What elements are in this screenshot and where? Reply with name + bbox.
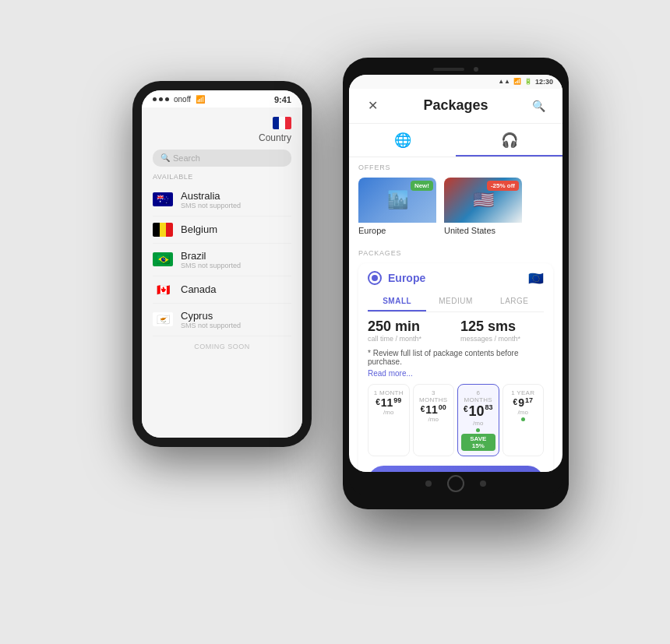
dot3 [165, 97, 169, 101]
android-nav: ✕ Packages 🔍 [349, 89, 562, 124]
tab-globe[interactable]: 🌐 [349, 124, 456, 157]
country-name: Canada [181, 283, 217, 295]
price-amount: € 1100 [417, 403, 451, 416]
flag-canada: 🇨🇦 [153, 283, 173, 297]
radio-button[interactable] [368, 271, 382, 285]
tab-medium[interactable]: MEDIUM [426, 292, 485, 311]
list-item[interactable]: 🇨🇦 Canada [153, 276, 291, 304]
stat-sms-label: messages / month* [460, 335, 544, 343]
price-main: 11 [425, 403, 438, 416]
android-status-bar: ▲▲ 📶 🔋 12:30 [349, 75, 562, 89]
carrier-name: onoff [174, 95, 191, 104]
stat-minutes-value: 250 min [368, 318, 451, 335]
offer-image-us: 🇺🇸 -25% off [444, 178, 522, 223]
price-currency: € [513, 398, 518, 406]
offer-card-europe[interactable]: 🏙️ New! Europe [358, 178, 436, 237]
flag-cyprus: 🇨🇾 [153, 312, 173, 326]
back-button[interactable] [425, 480, 432, 487]
stat-sms-value: 125 sms [460, 318, 544, 335]
country-sub: SMS not supported [181, 322, 241, 329]
package-header: Europe 🇪🇺 [368, 271, 544, 286]
android-top [349, 65, 562, 75]
search-icon: 🔍 [160, 153, 170, 162]
country-info: Canada [181, 283, 217, 295]
price-6months[interactable]: 6 MONTHS € 1083 /mo SAVE 15% [457, 384, 499, 456]
purchase-button[interactable]: Purchase [368, 466, 544, 472]
offers-row: 🏙️ New! Europe 🇺🇸 -25% off United Sta [358, 178, 553, 237]
country-label: Country [153, 132, 291, 143]
wifi-icon: 📶 [196, 95, 205, 104]
price-amount: € 1199 [372, 396, 406, 409]
price-currency: € [464, 405, 468, 413]
list-item[interactable]: 🇦🇺 Australia SMS not supported [153, 184, 291, 216]
search-icon: 🔍 [532, 100, 545, 112]
radio-inner [372, 275, 378, 281]
price-decimal: 17 [525, 396, 533, 404]
flag-fr-blue [273, 117, 279, 129]
flag-brazil: 🇧🇷 [153, 252, 173, 266]
search-button[interactable]: 🔍 [528, 95, 550, 117]
package-name-row: Europe [368, 271, 425, 285]
country-name: Australia [181, 190, 241, 202]
offer-card-us[interactable]: 🇺🇸 -25% off United States [444, 178, 522, 237]
iphone-device: onoff 📶 9:41 Country 🔍 [132, 81, 312, 447]
home-button[interactable] [447, 475, 464, 492]
iphone-signal: onoff 📶 [153, 95, 205, 104]
price-currency: € [421, 405, 425, 413]
country-name: Cyprus [181, 310, 241, 322]
packages-section: PACKAGES Europe 🇪🇺 [349, 243, 562, 472]
new-badge: New! [411, 181, 433, 191]
globe-icon: 🌐 [394, 132, 411, 149]
package-note: * Review full list of package contents b… [368, 349, 544, 366]
country-info: Cyprus SMS not supported [181, 310, 241, 329]
package-stats: 250 min call time / month* 125 sms messa… [368, 318, 544, 343]
battery-icon: 🔋 [524, 78, 532, 85]
list-item[interactable]: 🇧🇷 Brazil SMS not supported [153, 244, 291, 276]
close-button[interactable]: ✕ [361, 95, 383, 117]
dot2 [159, 97, 163, 101]
offer-name-us: United States [444, 223, 522, 237]
offers-label: OFFERS [358, 164, 553, 171]
price-dot [476, 428, 480, 432]
save-badge: SAVE 15% [461, 434, 495, 451]
price-decimal: 99 [393, 396, 401, 404]
packages-label: PACKAGES [358, 249, 553, 257]
price-decimal: 83 [485, 403, 493, 411]
discount-badge: -25% off [487, 181, 519, 191]
android-device: ▲▲ 📶 🔋 12:30 ✕ Packages 🔍 🌐 [343, 58, 569, 509]
tab-large[interactable]: LARGE [485, 292, 544, 311]
flag-be-yellow [160, 223, 167, 237]
stat-minutes-label: call time / month* [368, 335, 451, 343]
price-dot [521, 417, 525, 421]
flag-fr-white [279, 117, 285, 129]
tab-small[interactable]: SMALL [368, 292, 426, 311]
country-info: Belgium [181, 223, 217, 235]
country-list: 🇦🇺 Australia SMS not supported [153, 184, 291, 336]
price-3months[interactable]: 3 MONTHS € 1100 /mo [413, 384, 455, 456]
iphone-content: Country 🔍 Search AVAILABLE 🇦🇺 Au [142, 107, 302, 438]
flag-be-red [166, 223, 173, 237]
price-sub: /mo [417, 416, 451, 423]
price-sub: /mo [461, 420, 495, 427]
read-more-link[interactable]: Read more... [368, 369, 544, 378]
dot1 [153, 97, 157, 101]
price-sub: /mo [506, 409, 541, 416]
price-currency: € [376, 398, 380, 406]
android-time: 12:30 [535, 78, 553, 86]
price-1month[interactable]: 1 MONTH € 1199 /mo [368, 384, 410, 456]
flag-belgium [153, 223, 173, 237]
price-duration: 3 MONTHS [417, 389, 451, 403]
size-tabs: SMALL MEDIUM LARGE [368, 292, 544, 312]
list-item[interactable]: 🇨🇾 Cyprus SMS not supported [153, 304, 291, 336]
country-name: Belgium [181, 223, 217, 235]
signal-icon: ▲▲ [498, 78, 510, 85]
recents-button[interactable] [480, 480, 486, 487]
offer-image-europe: 🏙️ New! [358, 178, 436, 223]
iphone-search-bar[interactable]: 🔍 Search [153, 150, 291, 167]
country-sub: SMS not supported [181, 262, 241, 269]
flag-australia: 🇦🇺 [153, 192, 173, 206]
price-1year[interactable]: 1 YEAR € 917 /mo [503, 384, 545, 456]
tab-headset[interactable]: 🎧 [456, 124, 562, 157]
list-item[interactable]: Belgium [153, 216, 291, 244]
android-bottom-nav [349, 472, 562, 495]
